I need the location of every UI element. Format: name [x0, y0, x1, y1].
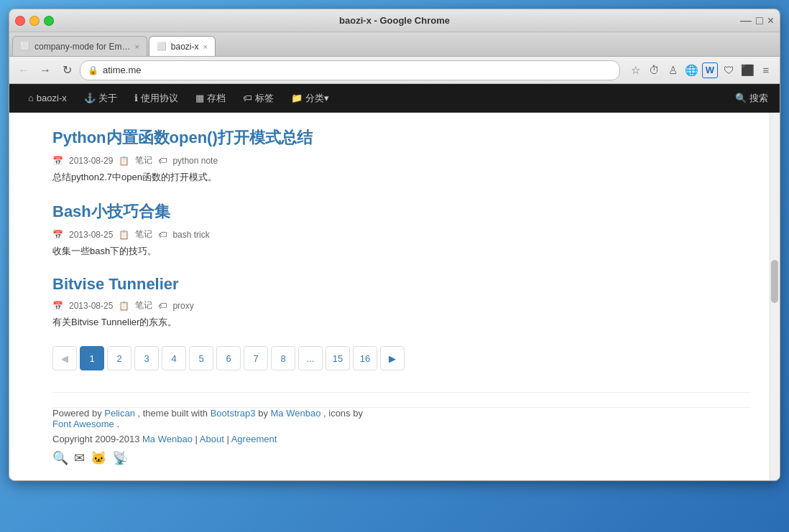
- font-awesome-link[interactable]: Font Awesome: [52, 419, 114, 429]
- tab-close-1[interactable]: ×: [134, 42, 139, 51]
- calendar-icon-1: 📅: [52, 156, 63, 166]
- page-1-label: 1: [89, 353, 94, 364]
- email-icon[interactable]: ✉: [74, 450, 85, 466]
- post-1-meta: 📅 2013-08-29 📋 笔记 🏷 python note: [52, 154, 751, 167]
- tag-icon: 🏷: [243, 93, 252, 103]
- post-2-summary: 收集一些bash下的技巧。: [52, 245, 751, 258]
- about-link[interactable]: About: [200, 434, 224, 444]
- page-1[interactable]: 1: [80, 346, 104, 370]
- footer-copyright-line: Copyright 2009-2013 Ma Wenbao | About | …: [52, 434, 751, 444]
- nav-archive[interactable]: ▦ 存档: [188, 89, 233, 108]
- page-5[interactable]: 5: [189, 346, 213, 370]
- copyright-ma-wenbao-link[interactable]: Ma Wenbao: [142, 434, 193, 444]
- word-icon[interactable]: W: [702, 62, 718, 78]
- ma-wenbao-link[interactable]: Ma Wenbao: [271, 408, 321, 419]
- page-16-label: 16: [360, 353, 370, 364]
- post-1-title[interactable]: Python内置函数open()打开模式总结: [52, 127, 751, 149]
- post-1-summary: 总结python2.7中open函数的打开模式。: [52, 171, 751, 184]
- nav-license[interactable]: ℹ 使用协议: [127, 89, 185, 108]
- page-6[interactable]: 6: [216, 346, 241, 370]
- post-1-category: 笔记: [135, 154, 152, 167]
- pelican-link[interactable]: Pelican: [104, 408, 135, 419]
- tag-icon-2: 🏷: [158, 230, 167, 240]
- address-bar: ← → ↻ 🔒 atime.me ☆ ⏱ ♙ 🌐 W 🛡 ⬛ ≡: [9, 57, 780, 84]
- nav-category-label: 分类▾: [305, 92, 329, 105]
- page-prev[interactable]: ◀: [52, 346, 77, 370]
- extension-icon[interactable]: ⬛: [739, 62, 755, 78]
- tab-close-2[interactable]: ×: [203, 42, 208, 51]
- page-15[interactable]: 15: [326, 346, 350, 370]
- minimize-button[interactable]: [29, 16, 40, 26]
- post-2-title[interactable]: Bash小技巧合集: [52, 201, 751, 223]
- by-text: by: [258, 408, 270, 419]
- prev-icon: ◀: [61, 353, 68, 364]
- notebook-icon-2: 📋: [119, 230, 129, 240]
- github-icon[interactable]: 🐱: [91, 450, 106, 466]
- globe-icon[interactable]: 🌐: [683, 62, 699, 78]
- icons-text: , icons by: [323, 408, 363, 419]
- anchor-icon: ⚓: [84, 93, 96, 103]
- page-7[interactable]: 7: [244, 346, 268, 370]
- nav-tags[interactable]: 🏷 标签: [236, 89, 281, 108]
- refresh-icon: ↻: [63, 63, 72, 77]
- nav-about[interactable]: ⚓ 关于: [77, 89, 124, 108]
- url-bar[interactable]: 🔒 atime.me: [80, 60, 620, 80]
- bookmark-icon[interactable]: ☆: [627, 62, 643, 78]
- bootstrap3-link[interactable]: Bootstrap3: [211, 408, 256, 419]
- close-icon[interactable]: ×: [767, 14, 774, 27]
- agreement-link[interactable]: Agreement: [231, 434, 277, 444]
- window-title: baozi-x - Google Chrome: [339, 15, 450, 26]
- post-3-title[interactable]: Bitvise Tunnelier: [52, 275, 751, 294]
- copyright-text: Copyright 2009-2013: [52, 434, 142, 444]
- search-footer-icon[interactable]: 🔍: [52, 450, 68, 466]
- powered-by-text: Powered by: [52, 408, 104, 419]
- post-3-date: 2013-08-25: [69, 301, 113, 311]
- tab-company-mode[interactable]: ⬜ company-mode for Em… ×: [12, 36, 147, 56]
- history-icon[interactable]: ⏱: [646, 62, 662, 78]
- ellipsis-label: ...: [307, 353, 315, 364]
- post-3-tags: proxy: [172, 301, 193, 311]
- forward-button[interactable]: →: [37, 62, 54, 79]
- title-bar: baozi-x - Google Chrome — □ ×: [9, 9, 780, 32]
- pagination: ◀ 1 2 3 4 5 6: [52, 346, 751, 370]
- refresh-button[interactable]: ↻: [58, 62, 75, 79]
- post-3-meta: 📅 2013-08-25 📋 笔记 🏷 proxy: [52, 299, 751, 312]
- search-label: 搜索: [749, 92, 768, 105]
- page-next[interactable]: ▶: [380, 346, 405, 370]
- page-2-label: 2: [116, 353, 121, 364]
- minimize-icon[interactable]: —: [740, 14, 752, 27]
- scrollbar-track[interactable]: [770, 113, 780, 480]
- forward-icon: →: [40, 64, 51, 77]
- post-2-date: 2013-08-25: [69, 230, 113, 240]
- back-button[interactable]: ←: [15, 62, 32, 79]
- post-1: Python内置函数open()打开模式总结 📅 2013-08-29 📋 笔记…: [52, 127, 751, 184]
- scrollbar-thumb[interactable]: [771, 260, 778, 303]
- window-controls: [15, 16, 54, 26]
- maximize-button[interactable]: [44, 16, 54, 26]
- nav-search[interactable]: 🔍 搜索: [735, 92, 768, 105]
- close-button[interactable]: [15, 16, 25, 26]
- profile-icon[interactable]: ♙: [665, 62, 680, 78]
- page-4[interactable]: 4: [162, 346, 186, 370]
- page-2[interactable]: 2: [107, 346, 132, 370]
- post-3: Bitvise Tunnelier 📅 2013-08-25 📋 笔记 🏷 pr…: [52, 275, 751, 329]
- shield-icon[interactable]: 🛡: [721, 62, 737, 78]
- footer-social-icons: 🔍 ✉ 🐱 📡: [52, 450, 751, 466]
- tab-baozi-x[interactable]: ⬜ baozi-x ×: [149, 36, 216, 56]
- nav-home[interactable]: ⌂ baozi-x: [21, 90, 74, 106]
- nav-category[interactable]: 📁 分类▾: [284, 89, 336, 108]
- tab-icon-1: ⬜: [20, 42, 30, 51]
- rss-icon[interactable]: 📡: [112, 450, 128, 466]
- post-2-tags: bash trick: [172, 230, 209, 240]
- notebook-icon-3: 📋: [119, 301, 129, 311]
- post-1-date: 2013-08-29: [69, 156, 113, 166]
- page-16[interactable]: 16: [353, 346, 377, 370]
- content-wrapper: Python内置函数open()打开模式总结 📅 2013-08-29 📋 笔记…: [9, 113, 780, 480]
- url-text: atime.me: [103, 65, 141, 75]
- page-8[interactable]: 8: [271, 346, 295, 370]
- post-3-category: 笔记: [135, 299, 152, 312]
- restore-icon[interactable]: □: [756, 14, 763, 27]
- menu-icon[interactable]: ≡: [758, 62, 774, 78]
- page-3[interactable]: 3: [134, 346, 159, 370]
- post-2: Bash小技巧合集 📅 2013-08-25 📋 笔记 🏷 bash trick…: [52, 201, 751, 258]
